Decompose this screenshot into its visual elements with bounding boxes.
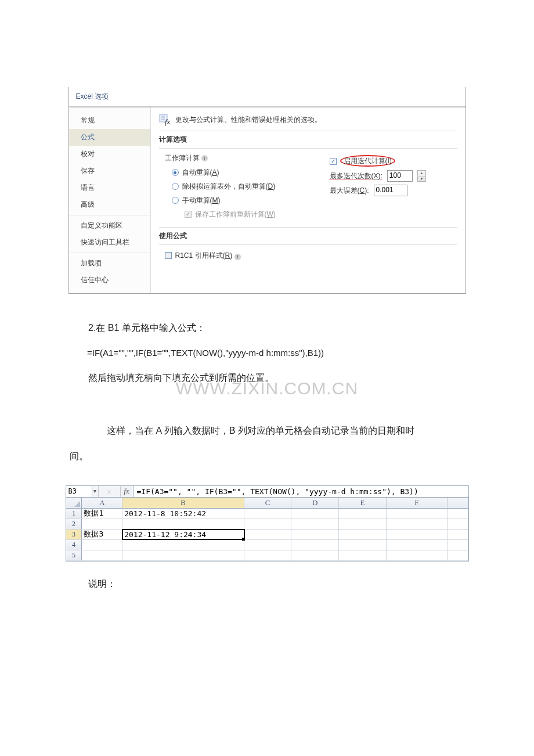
radio-icon (172, 197, 179, 204)
radio-label: 除模拟运算表外，自动重算(D) (182, 181, 276, 192)
table-row: 4 (66, 540, 468, 550)
cell-a1[interactable]: 数据1 (82, 509, 122, 519)
cell-f3[interactable] (387, 530, 448, 539)
cell-b4[interactable] (122, 540, 244, 550)
spinner-up-icon[interactable]: ▲ (418, 171, 425, 177)
sidebar-item-advanced[interactable]: 高级 (69, 196, 150, 213)
cell-e2[interactable] (339, 519, 387, 529)
cell-f5[interactable] (387, 550, 448, 560)
cell-e3[interactable] (339, 530, 387, 539)
sidebar-label: 保存 (81, 167, 95, 175)
max-iter-input[interactable]: 100 (387, 170, 413, 182)
cell-b3-active[interactable]: 2012-11-12 9:24:34 (122, 530, 244, 539)
col-header-c[interactable]: C (244, 498, 292, 508)
cell-a4[interactable] (82, 540, 122, 550)
name-box[interactable]: B3 (66, 486, 92, 497)
max-change-input[interactable]: 0.001 (374, 185, 407, 196)
cell-e4[interactable] (339, 540, 387, 550)
cell-e5[interactable] (339, 550, 387, 560)
cell-d5[interactable] (291, 550, 339, 560)
info-icon[interactable]: i (201, 155, 208, 161)
cell-b1[interactable]: 2012-11-8 10:52:42 (122, 509, 244, 519)
sidebar-item-formula[interactable]: 公式 (69, 129, 150, 146)
sidebar-item-addins[interactable]: 加载项 (69, 255, 150, 272)
spinner[interactable]: ▲▼ (417, 170, 426, 182)
check-r1c1[interactable]: R1C1 引用样式(R) i (165, 250, 457, 261)
row-header[interactable]: 5 (66, 550, 82, 560)
radio-manual[interactable]: 手动重算(M) (172, 195, 318, 206)
col-header-d[interactable]: D (291, 498, 339, 508)
excel-options-dialog: Excel 选项 常规 公式 校对 保存 语言 高级 自定义功能区 快速访问工具… (68, 87, 466, 294)
formula-input[interactable]: =IF(A3="", "", IF(B3="", TEXT(NOW(), "yy… (134, 486, 468, 497)
sidebar-item-ribbon[interactable]: 自定义功能区 (69, 217, 150, 234)
cell-e1[interactable] (339, 509, 387, 519)
col-header-a[interactable]: A (82, 498, 122, 508)
cell-c2[interactable] (244, 519, 292, 529)
formula-icon: fx (159, 113, 172, 126)
radio-auto[interactable]: 自动重算(A) (172, 167, 318, 178)
cell-a3[interactable]: 数据3 (82, 530, 122, 539)
namebox-dropdown-icon[interactable]: ▼ (92, 486, 99, 497)
cell-g5[interactable] (448, 550, 468, 560)
cell-c3[interactable] (244, 530, 292, 539)
max-change-row: 最大误差(C): 0.001 (330, 185, 457, 196)
cell-c1[interactable] (244, 509, 292, 519)
sidebar-item-save[interactable]: 保存 (69, 163, 150, 179)
cell-d3[interactable] (291, 530, 339, 539)
document-body: 2.在 B1 单元格中输入公式： =IF(A1="","",IF(B1="",T… (70, 317, 464, 468)
sidebar-divider (69, 215, 150, 215)
col-header-f[interactable]: F (387, 498, 448, 508)
cell-d4[interactable] (291, 540, 339, 550)
cancel-icon[interactable]: ✕ (107, 487, 111, 496)
options-main-panel: fx 更改与公式计算、性能和错误处理相关的选项。 计算选项 工作簿计算 i 自动… (150, 107, 466, 293)
section-formula-title: 使用公式 (159, 227, 457, 245)
sidebar-label: 高级 (81, 200, 95, 208)
paragraph-result: 这样，当在 A 列输入数据时，B 列对应的单元格会自动记录当前的日期和时 (70, 420, 464, 442)
radio-except-tables[interactable]: 除模拟运算表外，自动重算(D) (172, 181, 318, 192)
sidebar-divider (69, 253, 150, 253)
formula-bar-buttons: ✕ (99, 486, 121, 497)
options-sidebar: 常规 公式 校对 保存 语言 高级 自定义功能区 快速访问工具栏 加载项 信任中… (69, 107, 150, 293)
info-icon[interactable]: i (234, 254, 241, 260)
row-header[interactable]: 1 (66, 509, 82, 519)
dialog-body: 常规 公式 校对 保存 语言 高级 自定义功能区 快速访问工具栏 加载项 信任中… (69, 107, 466, 293)
col-header-e[interactable]: E (339, 498, 387, 508)
table-row: 3 数据3 2012-11-12 9:24:34 (66, 530, 468, 540)
cell-f2[interactable] (387, 519, 448, 529)
sidebar-item-trust[interactable]: 信任中心 (69, 272, 150, 289)
cell-c5[interactable] (244, 550, 292, 560)
sidebar-item-qat[interactable]: 快速访问工具栏 (69, 234, 150, 251)
cell-d2[interactable] (291, 519, 339, 529)
select-all-corner[interactable] (66, 498, 82, 508)
fx-icon[interactable]: fx (121, 486, 134, 497)
col-header-b[interactable]: B (122, 498, 244, 508)
cell-f4[interactable] (387, 540, 448, 550)
sidebar-item-proof[interactable]: 校对 (69, 146, 150, 163)
cell-g2[interactable] (448, 519, 468, 529)
cell-b2[interactable] (122, 519, 244, 529)
cell-f1[interactable] (387, 509, 448, 519)
panel-header-text: 更改与公式计算、性能和错误处理相关的选项。 (175, 115, 322, 125)
check-enable-iter[interactable]: ✓ 启用迭代计算(I) (330, 156, 457, 167)
row-header[interactable]: 3 (66, 530, 82, 539)
cell-c4[interactable] (244, 540, 292, 550)
row-header[interactable]: 4 (66, 540, 82, 550)
cell-a5[interactable] (82, 550, 122, 560)
checkbox-icon (165, 252, 172, 259)
sidebar-item-language[interactable]: 语言 (69, 179, 150, 196)
cell-g4[interactable] (448, 540, 468, 550)
checkbox-icon: ✓ (330, 158, 337, 165)
sidebar-label: 信任中心 (81, 276, 109, 284)
sidebar-item-general[interactable]: 常规 (69, 112, 150, 129)
cell-a2[interactable] (82, 519, 122, 529)
cell-b5[interactable] (122, 550, 244, 560)
spinner-down-icon[interactable]: ▼ (418, 177, 425, 182)
radio-icon (172, 183, 179, 190)
cell-d1[interactable] (291, 509, 339, 519)
row-header[interactable]: 2 (66, 519, 82, 529)
cell-g3[interactable] (448, 530, 468, 539)
calc-right-col: ✓ 启用迭代计算(I) 最多迭代次数(X): 100 ▲▼ 最大误差(C): 0… (330, 153, 457, 222)
workbook-calc-label: 工作簿计算 i (165, 153, 318, 163)
col-header-g[interactable] (448, 498, 468, 508)
cell-g1[interactable] (448, 509, 468, 519)
